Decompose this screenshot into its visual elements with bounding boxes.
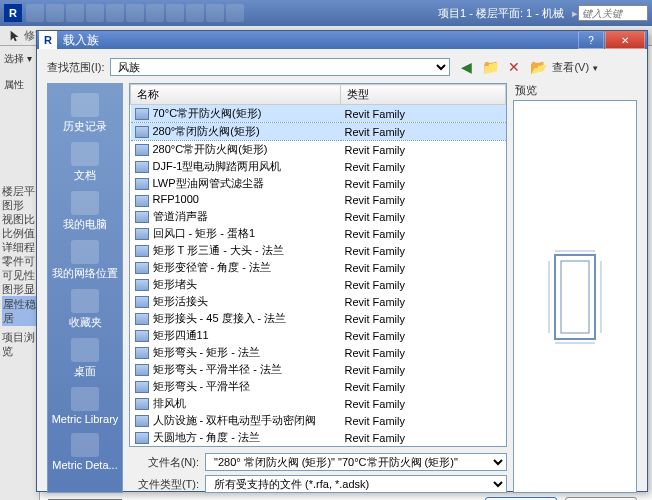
file-type: Revit Family <box>341 276 506 293</box>
qat-measure-icon[interactable] <box>126 4 144 22</box>
file-row[interactable]: 矩形弯头 - 矩形 - 法兰Revit Family <box>131 344 506 361</box>
file-name: 回风口 - 矩形 - 蛋格1 <box>153 227 256 239</box>
rfa-file-icon <box>135 415 149 427</box>
place-icon <box>71 338 99 362</box>
place-4[interactable]: 收藏夹 <box>50 286 120 333</box>
file-row[interactable]: 280°C常开防火阀(矩形)Revit Family <box>131 141 506 159</box>
col-name[interactable]: 名称 <box>131 85 341 105</box>
file-type-select[interactable]: 所有受支持的文件 (*.rfa, *.adsk) <box>205 475 507 493</box>
place-2[interactable]: 我的电脑 <box>50 188 120 235</box>
place-0[interactable]: 历史记录 <box>50 90 120 137</box>
file-type: Revit Family <box>341 361 506 378</box>
select-label[interactable]: 选择 ▾ <box>2 50 37 68</box>
place-1[interactable]: 文档 <box>50 139 120 186</box>
file-row[interactable]: 矩形接头 - 45 度接入 - 法兰Revit Family <box>131 310 506 327</box>
file-row[interactable]: 矩形弯头 - 平滑半径 - 法兰Revit Family <box>131 361 506 378</box>
rfa-file-icon <box>135 330 149 342</box>
preview-box <box>513 100 637 493</box>
col-type[interactable]: 类型 <box>341 85 506 105</box>
file-row[interactable]: 管道消声器Revit Family <box>131 208 506 225</box>
rfa-file-icon <box>135 296 149 308</box>
place-label: Metric Deta... <box>52 459 117 471</box>
delete-icon[interactable]: ✕ <box>504 57 524 77</box>
file-row[interactable]: 矩形堵头Revit Family <box>131 276 506 293</box>
file-row[interactable]: 矩形活接头Revit Family <box>131 293 506 310</box>
file-type: Revit Family <box>341 208 506 225</box>
place-icon <box>71 240 99 264</box>
file-type: Revit Family <box>341 327 506 344</box>
location-select[interactable]: 风族 <box>110 58 450 76</box>
place-icon <box>71 191 99 215</box>
qat-text-icon[interactable] <box>166 4 184 22</box>
file-list[interactable]: 名称 类型 70°C常开防火阀(矩形)Revit Family280°常闭防火阀… <box>130 84 506 446</box>
file-name: 280°常闭防火阀(矩形) <box>153 125 260 137</box>
file-row[interactable]: RFP1000Revit Family <box>131 192 506 208</box>
file-row[interactable]: 矩形四通11Revit Family <box>131 327 506 344</box>
file-name-label: 文件名(N): <box>129 455 199 470</box>
dialog-title-bar[interactable]: R 载入族 ? ✕ <box>37 31 647 49</box>
qat-print-icon[interactable] <box>106 4 124 22</box>
file-type: Revit Family <box>341 192 506 208</box>
quick-access-toolbar <box>26 4 430 22</box>
file-row[interactable]: 排风机Revit Family <box>131 395 506 412</box>
side-scale: 比例值 <box>2 226 37 240</box>
file-row[interactable]: 70°C常开防火阀(矩形)Revit Family <box>131 105 506 123</box>
file-name: 矩形接头 - 45 度接入 - 法兰 <box>153 312 287 324</box>
place-icon <box>71 433 99 457</box>
file-name: DJF-1型电动脚踏两用风机 <box>153 160 282 172</box>
file-type: Revit Family <box>341 259 506 276</box>
place-label: 我的网络位置 <box>52 266 118 281</box>
place-7[interactable]: Metric Deta... <box>50 430 120 474</box>
new-folder-icon[interactable]: 📂 <box>528 57 548 77</box>
rfa-file-icon <box>135 398 149 410</box>
qat-save-icon[interactable] <box>46 4 64 22</box>
view-label[interactable]: 查看(V)▼ <box>552 60 599 75</box>
place-icon <box>71 142 99 166</box>
left-panel: 选择 ▾ 属性 楼层平 图形 视图比 比例值 详细程 零件可 可见性 图形显 屋… <box>0 46 40 500</box>
qat-dim-icon[interactable] <box>146 4 164 22</box>
file-row[interactable]: 矩形 T 形三通 - 大头 - 法兰Revit Family <box>131 242 506 259</box>
qat-3d-icon[interactable] <box>186 4 204 22</box>
file-row[interactable]: 280°常闭防火阀(矩形)Revit Family <box>131 123 506 141</box>
file-row[interactable]: 回风口 - 矩形 - 蛋格1Revit Family <box>131 225 506 242</box>
qat-redo-icon[interactable] <box>86 4 104 22</box>
close-window-button[interactable]: ✕ <box>605 31 645 49</box>
back-icon[interactable]: ◀ <box>456 57 476 77</box>
file-row[interactable]: 人防设施 - 双杆电动型手动密闭阀Revit Family <box>131 412 506 429</box>
rfa-file-icon <box>135 228 149 240</box>
place-3[interactable]: 我的网络位置 <box>50 237 120 284</box>
file-type: Revit Family <box>341 378 506 395</box>
project-title: 项目1 - 楼层平面: 1 - 机械 <box>430 6 572 21</box>
rfa-file-icon <box>135 347 149 359</box>
up-folder-icon[interactable]: 📁 <box>480 57 500 77</box>
select-arrow-icon[interactable] <box>6 27 24 45</box>
side-graph: 图形显 <box>2 282 37 296</box>
place-5[interactable]: 桌面 <box>50 335 120 382</box>
qat-undo-icon[interactable] <box>66 4 84 22</box>
qat-section-icon[interactable] <box>206 4 224 22</box>
file-row[interactable]: DJF-1型电动脚踏两用风机Revit Family <box>131 158 506 175</box>
file-name-input[interactable]: "280° 常闭防火阀 (矩形)" "70°C常开防火阀 (矩形)" <box>205 453 507 471</box>
file-name: 矩形变径管 - 角度 - 法兰 <box>153 261 272 273</box>
file-row[interactable]: LWP型油网管式滤尘器Revit Family <box>131 175 506 192</box>
side-props-help[interactable]: 屋性稳居 <box>2 296 37 326</box>
rfa-file-icon <box>135 432 149 444</box>
file-type: Revit Family <box>341 293 506 310</box>
rfa-file-icon <box>135 381 149 393</box>
file-row[interactable]: 矩形变径管 - 角度 - 法兰Revit Family <box>131 259 506 276</box>
file-name: 280°C常开防火阀(矩形) <box>153 143 268 155</box>
file-type: Revit Family <box>341 310 506 327</box>
file-row[interactable]: 矩形弯头 - 平滑半径Revit Family <box>131 378 506 395</box>
rfa-file-icon <box>135 126 149 138</box>
file-name: 矩形堵头 <box>153 278 197 290</box>
help-window-button[interactable]: ? <box>578 31 604 49</box>
rfa-file-icon <box>135 144 149 156</box>
file-row[interactable]: 天圆地方 - 角度 - 法兰Revit Family <box>131 429 506 446</box>
keyword-search-input[interactable] <box>578 5 648 21</box>
qat-more-icon[interactable] <box>226 4 244 22</box>
rfa-file-icon <box>135 313 149 325</box>
preview-thumbnail <box>535 247 615 347</box>
qat-open-icon[interactable] <box>26 4 44 22</box>
place-6[interactable]: Metric Library <box>50 384 120 428</box>
rfa-file-icon <box>135 178 149 190</box>
